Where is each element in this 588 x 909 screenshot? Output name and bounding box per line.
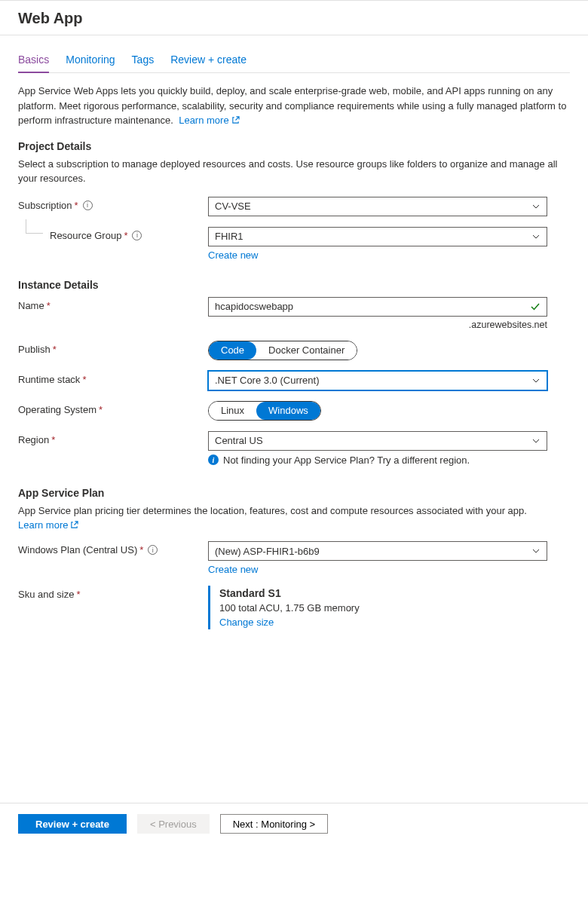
page-title: Web App <box>0 1 588 35</box>
section-project-details: Project Details <box>18 140 570 152</box>
sku-label: Sku and size <box>18 589 74 600</box>
windows-plan-label: Windows Plan (Central US) <box>18 544 137 556</box>
info-icon[interactable]: i <box>132 231 142 240</box>
publish-option-code[interactable]: Code <box>209 341 256 360</box>
project-details-desc: Select a subscription to manage deployed… <box>18 157 570 186</box>
tab-review-create[interactable]: Review + create <box>170 50 247 72</box>
resource-group-label: Resource Group <box>50 230 121 241</box>
chevron-down-icon <box>531 202 541 211</box>
region-label: Region <box>18 434 49 445</box>
footer: Review + create < Previous Next : Monito… <box>0 803 588 844</box>
name-input[interactable]: hcapidocswebapp <box>208 297 547 317</box>
os-option-windows[interactable]: Windows <box>256 402 320 420</box>
learn-more-link[interactable]: Learn more <box>179 115 239 126</box>
asp-learn-more-link[interactable]: Learn more <box>18 519 78 531</box>
create-new-rg-link[interactable]: Create new <box>208 249 258 261</box>
publish-option-docker[interactable]: Docker Container <box>256 341 357 360</box>
sku-summary: Standard S1 100 total ACU, 1.75 GB memor… <box>208 586 547 629</box>
publish-label: Publish <box>18 344 51 355</box>
intro-text: App Service Web Apps lets you quickly bu… <box>18 84 570 128</box>
info-icon[interactable]: i <box>83 200 93 210</box>
chevron-down-icon <box>531 546 541 556</box>
external-link-icon <box>231 116 240 124</box>
next-button[interactable]: Next : Monitoring > <box>220 814 328 834</box>
os-option-linux[interactable]: Linux <box>209 402 256 420</box>
info-icon: i <box>208 454 219 465</box>
review-create-button[interactable]: Review + create <box>18 814 127 834</box>
change-size-link[interactable]: Change size <box>219 617 274 628</box>
resource-group-select[interactable]: FHIR1 <box>208 227 547 246</box>
name-suffix: .azurewebsites.net <box>208 320 547 330</box>
tab-monitoring[interactable]: Monitoring <box>66 50 115 72</box>
os-label: Operating System <box>18 404 96 415</box>
windows-plan-select[interactable]: (New) ASP-FHIR1-b6b9 <box>208 541 547 561</box>
chevron-down-icon <box>531 232 541 241</box>
create-new-plan-link[interactable]: Create new <box>208 564 258 575</box>
subscription-label: Subscription <box>18 200 72 211</box>
previous-button: < Previous <box>137 814 210 834</box>
publish-toggle: Code Docker Container <box>208 341 357 360</box>
runtime-select[interactable]: .NET Core 3.0 (Current) <box>208 371 547 390</box>
section-instance-details: Instance Details <box>18 279 570 291</box>
tabs: Basics Monitoring Tags Review + create <box>18 50 570 73</box>
sku-spec: 100 total ACU, 1.75 GB memory <box>219 602 547 614</box>
region-hint: i Not finding your App Service Plan? Try… <box>208 454 547 466</box>
sku-name: Standard S1 <box>219 587 547 599</box>
chevron-down-icon <box>531 436 541 445</box>
runtime-label: Runtime stack <box>18 374 80 385</box>
asp-desc: App Service plan pricing tier determines… <box>18 503 570 519</box>
tab-tags[interactable]: Tags <box>132 50 155 72</box>
info-icon[interactable]: i <box>148 545 158 555</box>
name-label: Name <box>18 300 44 311</box>
os-toggle: Linux Windows <box>208 401 321 421</box>
subscription-select[interactable]: CV-VSE <box>208 197 547 216</box>
external-link-icon <box>70 521 78 529</box>
tab-basics[interactable]: Basics <box>18 50 49 73</box>
section-app-service-plan: App Service Plan <box>18 487 570 499</box>
chevron-down-icon <box>531 376 541 385</box>
check-icon <box>530 301 541 312</box>
region-select[interactable]: Central US <box>208 431 547 451</box>
